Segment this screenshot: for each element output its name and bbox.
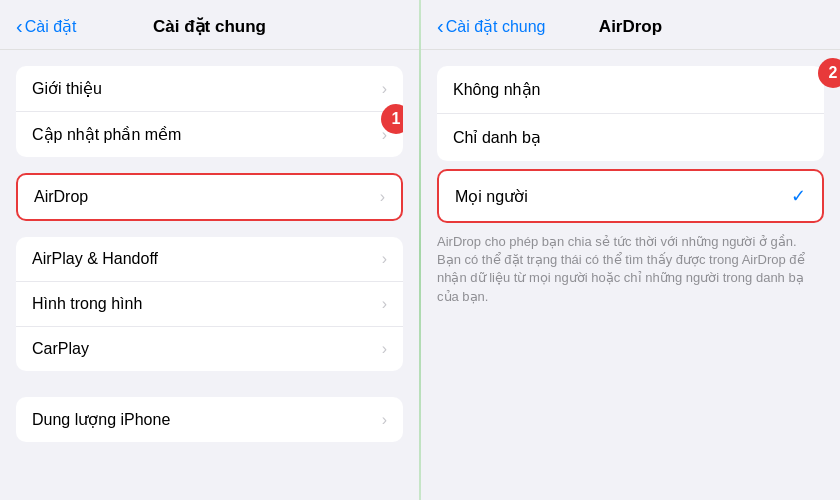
left-nav-container: ‹ Cài đặt Cài đặt chung <box>16 15 403 38</box>
left-nav-title: Cài đặt chung <box>153 16 266 37</box>
item-label: Hình trong hình <box>32 295 142 313</box>
right-settings-list: Không nhận Chỉ danh bạ 2 Mọi người ✓ Air… <box>421 50 840 500</box>
left-panel: ‹ Cài đặt Cài đặt chung Giới thiệu › Cập… <box>0 0 419 500</box>
settings-group-2: AirPlay & Handoff › Hình trong hình › Ca… <box>16 237 403 371</box>
options-wrapper: Không nhận Chỉ danh bạ 2 <box>421 66 840 161</box>
badge-1: 1 <box>381 104 403 134</box>
option-label: Chỉ danh bạ <box>453 128 541 147</box>
settings-group-1: Giới thiệu › Cập nhật phần mềm › 1 <box>16 66 403 157</box>
right-nav-bar: ‹ Cài đặt chung AirDrop <box>421 0 840 50</box>
list-item[interactable]: Cập nhật phần mềm › 1 <box>16 112 403 157</box>
chevron-icon: › <box>382 80 387 98</box>
list-item[interactable]: Hình trong hình › <box>16 282 403 327</box>
option-item-contacts[interactable]: Chỉ danh bạ 2 <box>437 114 824 161</box>
chevron-icon: › <box>382 411 387 429</box>
right-nav-title: AirDrop <box>599 17 662 37</box>
right-back-chevron-icon: ‹ <box>437 15 444 38</box>
option-everyone-label: Mọi người <box>455 187 528 206</box>
airdrop-row[interactable]: AirDrop › <box>18 175 401 219</box>
settings-group-3: Dung lượng iPhone › <box>16 397 403 442</box>
right-back-label: Cài đặt chung <box>446 17 546 36</box>
selected-option-wrapper: Mọi người ✓ <box>437 169 824 223</box>
option-item-no-receive[interactable]: Không nhận <box>437 66 824 114</box>
item-label: Dung lượng iPhone <box>32 410 170 429</box>
airdrop-item[interactable]: AirDrop › <box>16 173 403 221</box>
left-back-label: Cài đặt <box>25 17 77 36</box>
airdrop-description: AirDrop cho phép bạn chia sẻ tức thời vớ… <box>421 223 840 316</box>
list-item[interactable]: Dung lượng iPhone › <box>16 397 403 442</box>
right-panel: ‹ Cài đặt chung AirDrop Không nhận Chỉ d… <box>421 0 840 500</box>
left-nav-bar: ‹ Cài đặt Cài đặt chung <box>0 0 419 50</box>
item-label: AirPlay & Handoff <box>32 250 158 268</box>
chevron-icon: › <box>382 340 387 358</box>
list-item[interactable]: AirPlay & Handoff › <box>16 237 403 282</box>
option-item-everyone[interactable]: Mọi người ✓ <box>439 171 822 221</box>
chevron-icon: › <box>382 250 387 268</box>
item-label: Giới thiệu <box>32 79 102 98</box>
option-label: Không nhận <box>453 80 540 99</box>
left-back-chevron-icon: ‹ <box>16 15 23 38</box>
chevron-icon: › <box>382 295 387 313</box>
check-icon: ✓ <box>791 185 806 207</box>
airdrop-chevron-icon: › <box>380 188 385 206</box>
left-back-button[interactable]: ‹ Cài đặt <box>16 15 76 38</box>
airdrop-wrapper: AirDrop › <box>0 173 419 221</box>
left-settings-list: Giới thiệu › Cập nhật phần mềm › 1 AirDr… <box>0 50 419 500</box>
item-label: Cập nhật phần mềm <box>32 125 181 144</box>
list-item[interactable]: Giới thiệu › <box>16 66 403 112</box>
right-back-button[interactable]: ‹ Cài đặt chung <box>437 15 546 38</box>
list-item[interactable]: CarPlay › <box>16 327 403 371</box>
options-group: Không nhận Chỉ danh bạ 2 <box>437 66 824 161</box>
airdrop-label: AirDrop <box>34 188 88 206</box>
item-label: CarPlay <box>32 340 89 358</box>
right-nav-container: ‹ Cài đặt chung AirDrop <box>437 15 824 38</box>
